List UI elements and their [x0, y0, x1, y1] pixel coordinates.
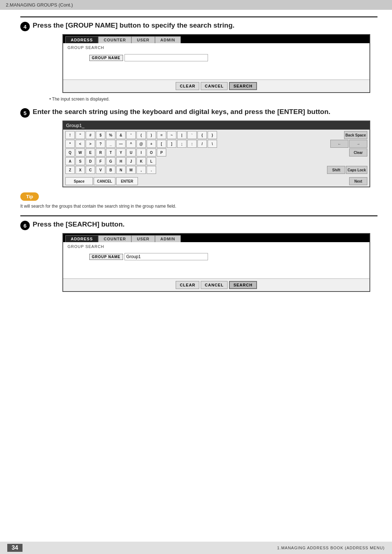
group-name-row-2: GROUP NAME [89, 253, 365, 260]
step6-title: Press the [SEARCH] button. [33, 220, 124, 229]
tab-counter-1[interactable]: COUNTER [98, 36, 131, 43]
key-i[interactable]: I [136, 148, 146, 156]
tab-admin-1[interactable]: ADMIN [155, 36, 181, 43]
screen1-bottom: CLEAR CANCEL SEARCH [63, 80, 369, 92]
key-backtick[interactable]: ` [187, 131, 197, 139]
key-e[interactable]: E [86, 148, 95, 156]
key-caps-lock[interactable]: Caps Lock [346, 166, 367, 174]
key-rparen[interactable]: ) [147, 131, 156, 139]
key-c[interactable]: C [86, 166, 95, 174]
key-colon[interactable]: : [187, 140, 197, 148]
key-right-arrow[interactable]: → [349, 140, 367, 148]
key-pipe[interactable]: | [177, 131, 187, 139]
key-q[interactable]: Q [65, 148, 75, 156]
key-caret[interactable]: ^ [126, 140, 136, 148]
tab-address-1[interactable]: ADDRESS [65, 36, 98, 43]
tab-admin-2[interactable]: ADMIN [155, 235, 181, 242]
key-w[interactable]: W [75, 148, 85, 156]
key-comma[interactable]: , [136, 166, 146, 174]
keyboard-input-display: Group1_ [63, 121, 369, 130]
key-next[interactable]: Next [349, 177, 367, 185]
step4-title: Press the [GROUP NAME] button to specify… [33, 21, 234, 30]
group-name-btn-2[interactable]: GROUP NAME [89, 254, 123, 260]
tip-section: Tip It will search for the groups that c… [20, 192, 377, 209]
key-rbracket[interactable]: ] [167, 140, 176, 148]
key-percent[interactable]: % [106, 131, 115, 139]
clear-btn-1[interactable]: CLEAR [176, 82, 199, 90]
key-clear[interactable]: Clear [349, 148, 367, 156]
key-o[interactable]: O [147, 148, 156, 156]
key-left-arrow[interactable]: ← [330, 140, 348, 148]
key-underscore[interactable]: _ [106, 140, 115, 148]
key-eq[interactable]: = [157, 131, 166, 139]
key-m[interactable]: M [126, 166, 136, 174]
group-name-row-1: GROUP NAME [89, 54, 365, 61]
key-lt[interactable]: < [75, 140, 85, 148]
key-l[interactable]: L [147, 157, 156, 165]
key-t[interactable]: T [106, 148, 115, 156]
key-qmark[interactable]: ? [96, 140, 105, 148]
search-btn-2[interactable]: SEARCH [229, 281, 257, 289]
key-j[interactable]: J [126, 157, 136, 165]
key-slash[interactable]: / [197, 140, 207, 148]
tab-address-2[interactable]: ADDRESS [65, 235, 98, 242]
screen1-body: GROUP SEARCH GROUP NAME [63, 43, 369, 80]
key-y[interactable]: Y [116, 148, 126, 156]
step6-circle: 6 [20, 221, 30, 230]
key-n[interactable]: N [116, 166, 126, 174]
key-lbrace[interactable]: { [197, 131, 207, 139]
key-shift[interactable]: Shift [327, 166, 345, 174]
key-space[interactable]: Space [65, 177, 93, 185]
key-amp[interactable]: & [116, 131, 126, 139]
search-btn-1[interactable]: SEARCH [229, 82, 257, 90]
key-backspace[interactable]: Back Space [344, 131, 367, 139]
key-d[interactable]: D [86, 157, 95, 165]
key-p[interactable]: P [157, 148, 166, 156]
cancel-btn-1[interactable]: CANCEL [201, 82, 228, 90]
group-name-btn-1[interactable]: GROUP NAME [89, 55, 123, 61]
key-a[interactable]: A [65, 157, 75, 165]
tab-user-1[interactable]: USER [131, 36, 155, 43]
key-period[interactable]: . [147, 166, 156, 174]
key-plus[interactable]: + [147, 140, 156, 148]
cancel-btn-2[interactable]: CANCEL [201, 281, 228, 289]
key-b[interactable]: B [106, 166, 115, 174]
key-semi[interactable]: ; [177, 140, 187, 148]
header-text: 2.MANAGING GROUPS (Cont.) [6, 2, 73, 8]
kb-row3: Q W E R T Y U I O P Clear [65, 148, 367, 156]
key-lbracket[interactable]: [ [157, 140, 166, 148]
key-rbrace[interactable]: } [208, 131, 217, 139]
key-gt[interactable]: > [86, 140, 95, 148]
tab-user-2[interactable]: USER [131, 235, 155, 242]
key-x[interactable]: X [75, 166, 85, 174]
footer: 34 1.MANAGING ADDRESS BOOK (ADDRESS MENU… [0, 542, 392, 554]
key-bslash[interactable]: \ [208, 140, 217, 148]
key-star[interactable]: * [65, 140, 75, 148]
group-name-input-1[interactable] [124, 54, 208, 61]
key-h[interactable]: H [116, 157, 126, 165]
clear-btn-2[interactable]: CLEAR [176, 281, 199, 289]
key-dollar[interactable]: $ [96, 131, 105, 139]
key-quote[interactable]: " [75, 131, 85, 139]
group-name-input-2[interactable] [124, 253, 208, 260]
key-at[interactable]: @ [136, 140, 146, 148]
key-dash[interactable]: — [116, 140, 126, 148]
screen1-tabs: ADDRESS COUNTER USER ADMIN [63, 35, 369, 43]
screen2-tabs: ADDRESS COUNTER USER ADMIN [63, 234, 369, 242]
tab-counter-2[interactable]: COUNTER [98, 235, 131, 242]
key-enter[interactable]: ENTER [116, 177, 138, 185]
key-apos[interactable]: ' [126, 131, 136, 139]
key-k[interactable]: K [136, 157, 146, 165]
key-tilde[interactable]: ~ [167, 131, 176, 139]
key-r[interactable]: R [96, 148, 105, 156]
key-g[interactable]: G [106, 157, 115, 165]
key-cancel[interactable]: CANCEL [94, 177, 115, 185]
key-hash[interactable]: # [86, 131, 95, 139]
key-lparen[interactable]: ( [136, 131, 146, 139]
key-v[interactable]: V [96, 166, 105, 174]
key-s[interactable]: S [75, 157, 85, 165]
key-u[interactable]: U [126, 148, 136, 156]
key-f[interactable]: F [96, 157, 105, 165]
key-excl[interactable]: ! [65, 131, 75, 139]
key-z[interactable]: Z [65, 166, 75, 174]
